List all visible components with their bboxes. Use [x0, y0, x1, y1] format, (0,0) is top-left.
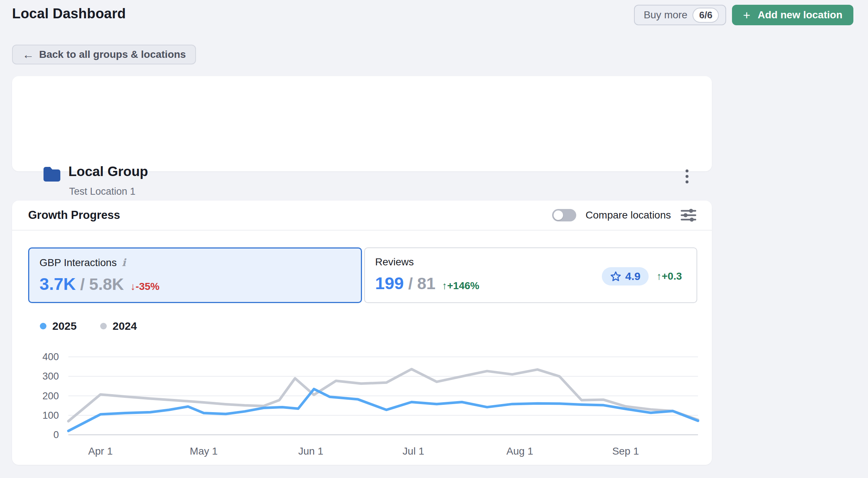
- info-icon[interactable]: i: [122, 257, 126, 269]
- value-separator: /: [80, 275, 85, 294]
- svg-text:Jul 1: Jul 1: [403, 445, 424, 457]
- legend-label: 2025: [52, 320, 77, 332]
- page-title: Local Dashboard: [12, 6, 126, 22]
- buy-more-button[interactable]: Buy more 6/6: [634, 5, 726, 25]
- svg-text:Sep 1: Sep 1: [612, 445, 639, 457]
- svg-text:300: 300: [42, 371, 59, 382]
- svg-text:200: 200: [42, 391, 59, 402]
- group-title: Local Group: [68, 164, 148, 179]
- legend-dot: [40, 323, 46, 329]
- gbp-current-value: 3.7K: [39, 274, 76, 294]
- local-dashboard-page: Local Dashboard Buy more 6/6 + Add new l…: [0, 0, 868, 478]
- reviews-tile[interactable]: Reviews 199 / 81 ↑+146% 4.9 ↑+0.3: [364, 247, 697, 303]
- arrow-left-icon: ←: [22, 48, 34, 61]
- legend-item-2024[interactable]: 2024: [100, 320, 137, 332]
- buy-more-label: Buy more: [644, 9, 687, 21]
- local-group-card: Local Group Test Location 1 Group with 2…: [12, 76, 712, 171]
- growth-progress-card: Growth Progress Compare locations: [12, 201, 712, 465]
- svg-text:Jun 1: Jun 1: [298, 445, 324, 457]
- svg-text:May 1: May 1: [190, 445, 218, 457]
- compare-locations-toggle[interactable]: [552, 209, 576, 221]
- rating-value: 4.9: [625, 270, 641, 283]
- growth-controls: Compare locations: [552, 208, 697, 222]
- value-separator: /: [408, 274, 413, 293]
- legend-item-2025[interactable]: 2025: [40, 320, 77, 332]
- back-button-label: Back to all groups & locations: [39, 49, 186, 60]
- reviews-label: Reviews: [375, 256, 414, 268]
- add-new-location-button[interactable]: + Add new location: [732, 5, 853, 25]
- gbp-delta-badge: ↓-35%: [131, 281, 159, 292]
- reviews-previous-value: 81: [417, 274, 435, 293]
- gbp-previous-value: 5.8K: [89, 275, 124, 294]
- plus-icon: +: [743, 9, 750, 21]
- gbp-interactions-tile[interactable]: GBP Interactions i 3.7K / 5.8K ↓-35%: [28, 247, 362, 303]
- legend-label: 2024: [113, 320, 137, 332]
- rating-group: 4.9 ↑+0.3: [602, 267, 682, 285]
- rating-delta: ↑+0.3: [657, 270, 682, 282]
- metric-tiles: GBP Interactions i 3.7K / 5.8K ↓-35% Rev…: [28, 247, 697, 303]
- group-subtitle: Test Location 1: [69, 186, 136, 197]
- filters-sliders-icon[interactable]: [680, 208, 697, 222]
- folder-icon: [43, 166, 60, 183]
- svg-text:Apr 1: Apr 1: [88, 445, 113, 457]
- rating-badge: 4.9: [602, 267, 649, 285]
- chart-legend: 20252024: [40, 320, 137, 332]
- add-new-location-label: Add new location: [758, 9, 842, 21]
- star-icon: [610, 271, 622, 282]
- growth-chart: 0100200300400Apr 1May 1Jun 1Jul 1Aug 1Se…: [22, 350, 710, 460]
- gbp-interactions-label: GBP Interactions: [39, 257, 117, 269]
- back-to-groups-button[interactable]: ← Back to all groups & locations: [12, 45, 196, 64]
- quota-badge: 6/6: [692, 8, 719, 23]
- header-actions: Buy more 6/6 + Add new location: [634, 5, 853, 25]
- growth-progress-title: Growth Progress: [28, 209, 120, 222]
- group-menu-kebab-icon[interactable]: [679, 167, 695, 186]
- legend-dot: [100, 323, 107, 329]
- reviews-current-value: 199: [375, 273, 404, 293]
- svg-text:0: 0: [53, 429, 59, 440]
- svg-text:400: 400: [42, 351, 59, 362]
- svg-text:Aug 1: Aug 1: [506, 445, 533, 457]
- compare-locations-label: Compare locations: [586, 209, 671, 221]
- growth-progress-header: Growth Progress Compare locations: [12, 201, 712, 231]
- reviews-delta-badge: ↑+146%: [442, 280, 479, 292]
- svg-text:100: 100: [42, 410, 59, 421]
